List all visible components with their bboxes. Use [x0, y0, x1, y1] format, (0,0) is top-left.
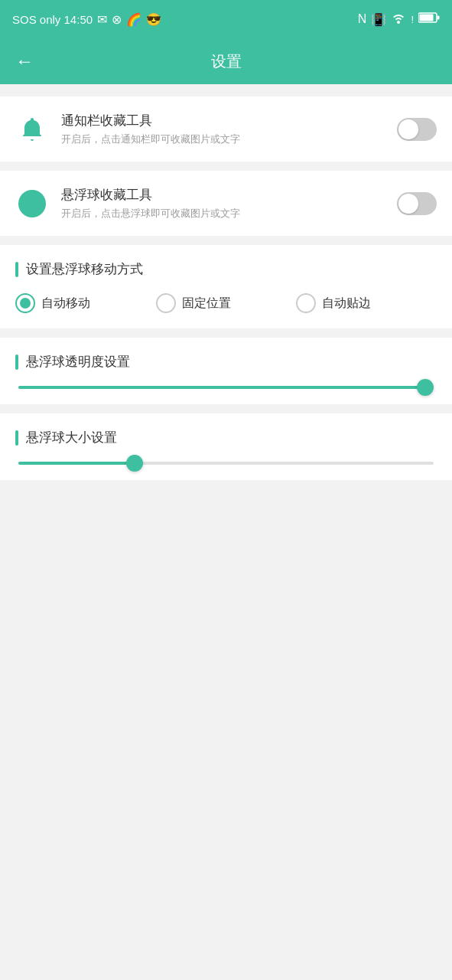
move-section: 设置悬浮球移动方式 自动移动 固定位置 自动贴边 — [0, 245, 452, 328]
nfc-icon: N — [358, 12, 367, 26]
vibrate-icon: 📳 — [371, 12, 386, 27]
transparency-section: 悬浮球透明度设置 — [0, 338, 452, 404]
bell-icon — [18, 116, 46, 143]
transparency-section-bar — [15, 354, 18, 370]
back-button[interactable]: ← — [15, 51, 34, 72]
size-section-bar — [15, 430, 18, 446]
float-ball-card: 悬浮球收藏工具 开启后，点击悬浮球即可收藏图片或文字 — [0, 171, 452, 236]
transparency-slider-fill — [18, 386, 425, 389]
transparency-slider-thumb[interactable] — [417, 379, 434, 396]
float-ball-desc: 开启后，点击悬浮球即可收藏图片或文字 — [61, 207, 240, 220]
notification-card-left: 通知栏收藏工具 开启后，点击通知栏即可收藏图片或文字 — [15, 112, 240, 146]
radio-circle-fixed — [156, 293, 176, 313]
status-text: SOS only 14:50 — [12, 13, 93, 26]
size-section-title: 悬浮球大小设置 — [26, 429, 117, 446]
size-slider-wrap — [15, 462, 437, 465]
size-slider-thumb[interactable] — [126, 455, 143, 472]
radio-circle-auto-move — [15, 293, 35, 313]
radio-fixed-position[interactable]: 固定位置 — [156, 293, 297, 313]
bell-icon-wrap — [15, 113, 49, 146]
transparency-section-title: 悬浮球透明度设置 — [26, 353, 130, 371]
radio-auto-stick[interactable]: 自动贴边 — [296, 293, 437, 313]
move-section-header: 设置悬浮球移动方式 — [15, 260, 437, 278]
move-section-bar — [15, 262, 18, 277]
radio-auto-move[interactable]: 自动移动 — [15, 293, 156, 313]
float-ball-text: 悬浮球收藏工具 开启后，点击悬浮球即可收藏图片或文字 — [61, 186, 240, 220]
svg-rect-1 — [420, 15, 434, 21]
move-section-title: 设置悬浮球移动方式 — [26, 260, 143, 278]
battery-icon — [418, 11, 440, 27]
notification-title: 通知栏收藏工具 — [61, 112, 240, 129]
title-bar: ← 设置 — [0, 38, 452, 84]
notification-desc: 开启后，点击通知栏即可收藏图片或文字 — [61, 132, 240, 146]
size-section: 悬浮球大小设置 — [0, 413, 452, 480]
radio-inner-auto-move — [20, 298, 31, 309]
status-right: N 📳 ! — [358, 11, 440, 27]
signal-icon: ! — [411, 14, 414, 25]
page-title: 设置 — [211, 51, 242, 72]
email-icon: ✉ — [97, 12, 107, 27]
emoji-icon: 😎 — [146, 12, 161, 27]
move-radio-group: 自动移动 固定位置 自动贴边 — [15, 293, 437, 313]
settings-content: 通知栏收藏工具 开启后，点击通知栏即可收藏图片或文字 悬浮球收藏工具 开启后，点… — [0, 84, 452, 501]
transparency-slider-wrap — [15, 386, 437, 389]
radio-label-fixed: 固定位置 — [182, 296, 231, 312]
radio-circle-stick — [296, 293, 316, 313]
size-slider-fill — [18, 462, 135, 465]
float-ball-icon-wrap — [15, 187, 49, 220]
transparency-slider[interactable] — [18, 386, 434, 389]
color-icon: 🌈 — [126, 12, 141, 27]
float-ball-toggle[interactable] — [397, 192, 437, 215]
transparency-section-header: 悬浮球透明度设置 — [15, 353, 437, 371]
float-ball-card-left: 悬浮球收藏工具 开启后，点击悬浮球即可收藏图片或文字 — [15, 186, 240, 220]
notification-toggle[interactable] — [397, 118, 437, 141]
radio-label-stick: 自动贴边 — [322, 296, 371, 312]
size-slider[interactable] — [18, 462, 434, 465]
notification-card: 通知栏收藏工具 开启后，点击通知栏即可收藏图片或文字 — [0, 96, 452, 162]
notification-text: 通知栏收藏工具 开启后，点击通知栏即可收藏图片或文字 — [61, 112, 240, 146]
radio-label-auto-move: 自动移动 — [41, 296, 90, 312]
block-icon: ⊗ — [112, 12, 122, 27]
size-section-header: 悬浮球大小设置 — [15, 429, 437, 446]
status-bar: SOS only 14:50 ✉ ⊗ 🌈 😎 N 📳 ! — [0, 0, 452, 38]
svg-rect-2 — [437, 16, 440, 20]
wifi-icon — [391, 11, 406, 27]
float-ball-icon — [18, 190, 46, 217]
status-left: SOS only 14:50 ✉ ⊗ 🌈 😎 — [12, 12, 161, 27]
float-ball-title: 悬浮球收藏工具 — [61, 186, 240, 204]
